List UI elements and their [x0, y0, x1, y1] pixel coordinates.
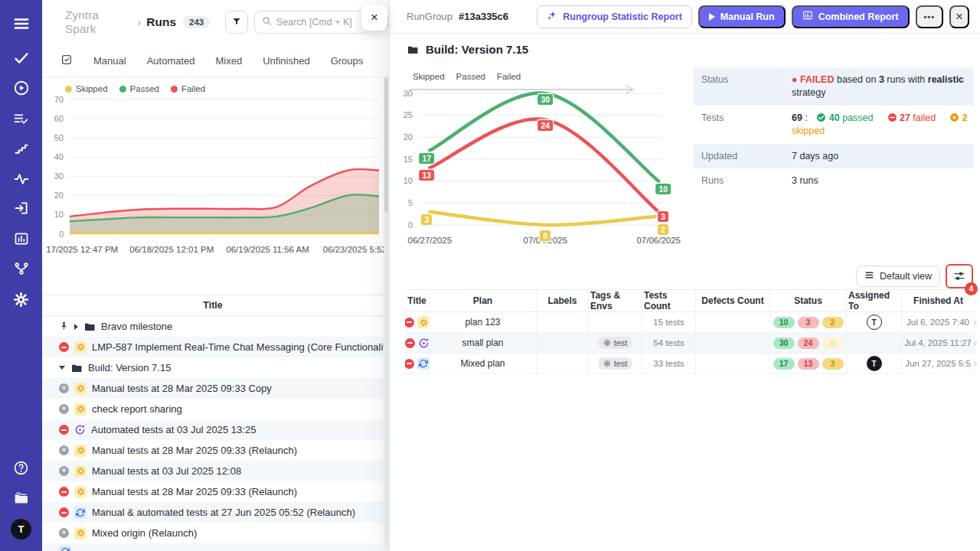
run-list-item[interactable]: Bravo milestone: [42, 316, 384, 337]
info-text: runs with: [884, 74, 928, 85]
run-list-item[interactable]: Manual & automated tests at 27 Jun 2025 …: [42, 502, 384, 523]
sidebar-item-runs-check[interactable]: [8, 47, 35, 73]
row-chevron-icon[interactable]: ›: [974, 358, 977, 369]
manual-run-icon: [74, 445, 87, 457]
tab-groups[interactable]: Groups: [331, 55, 364, 67]
search-input[interactable]: Search [Cmd + K]: [254, 11, 369, 34]
table-row[interactable]: plan 12315 tests1032TJul 6, 2025 7:40›: [405, 312, 975, 333]
column-header[interactable]: Plan: [430, 290, 537, 311]
sidebar-item-help[interactable]: [8, 456, 35, 482]
point-label: 0: [540, 230, 550, 241]
sidebar-item-play-circle[interactable]: [8, 77, 35, 103]
manual-run-icon: [417, 316, 430, 328]
chevron-right-icon[interactable]: [74, 324, 78, 330]
run-list-item[interactable]: Mixed origin (Relaunch): [42, 523, 384, 543]
run-list-item[interactable]: Build: Version 7.15: [42, 357, 384, 378]
run-list-item[interactable]: [42, 543, 384, 551]
sidebar-item-branches[interactable]: [8, 257, 35, 283]
column-header[interactable]: Labels: [537, 290, 589, 311]
statistic-report-button[interactable]: Rungroup Statistic Report: [537, 5, 692, 28]
row-chevron-icon[interactable]: ›: [974, 317, 977, 328]
svg-text:70: 70: [54, 95, 64, 104]
column-header[interactable]: Defects Count: [696, 290, 770, 311]
legend-item[interactable]: Skipped: [65, 84, 108, 93]
run-title-cell: [405, 312, 430, 332]
sidebar-item-projects[interactable]: [8, 486, 35, 512]
select-all-icon[interactable]: [60, 54, 73, 68]
column-header[interactable]: Tests Count: [642, 290, 696, 311]
run-list-item[interactable]: Manual tests at 28 Mar 2025 09:33 (Relau…: [42, 440, 384, 461]
run-title: LMP-587 Implement Real-Time Chat Messagi…: [92, 341, 384, 353]
manual-run-icon: [74, 403, 87, 416]
column-header[interactable]: Finished At: [902, 290, 975, 311]
statistic-report-label: Rungroup Statistic Report: [563, 11, 682, 22]
sidebar-item-reports[interactable]: [8, 227, 35, 253]
tag-badge[interactable]: test: [598, 357, 633, 370]
point-label: 3: [658, 211, 668, 222]
run-list-item[interactable]: Manual tests at 28 Mar 2025 09:33 Copy: [42, 378, 384, 399]
legend-item[interactable]: Failed: [497, 72, 521, 81]
run-list-item[interactable]: check report sharing: [42, 399, 384, 419]
help-icon: [13, 460, 29, 479]
run-list-item[interactable]: Automated tests at 03 Jul 2025 13:25: [42, 419, 384, 440]
chevron-down-icon[interactable]: [59, 366, 65, 370]
info-text: 7 days ago: [792, 151, 838, 161]
close-drawer-icon[interactable]: ×: [949, 5, 969, 28]
sidebar-item-settings[interactable]: [8, 288, 35, 314]
run-title: Manual tests at 28 Mar 2025 09:33 (Relau…: [92, 445, 297, 456]
breadcrumb-project[interactable]: Zyntra Spark: [65, 8, 132, 36]
sidebar-item-activity[interactable]: [8, 168, 35, 194]
rungroup-chart: SkippedPassedFailed05101520253006/27/202…: [399, 69, 684, 265]
scrollbar-track[interactable]: [384, 77, 389, 551]
tab-mixed[interactable]: Mixed: [216, 55, 243, 67]
column-header[interactable]: Status: [770, 290, 847, 311]
svg-text:30: 30: [54, 171, 64, 181]
sidebar-item-steps[interactable]: [8, 137, 35, 163]
assignee-avatar[interactable]: T: [867, 356, 882, 371]
app-root: T Zyntra Spark › Runs 243 Search [Cmd + …: [0, 0, 980, 551]
column-header[interactable]: Assigned To: [847, 290, 902, 311]
point-label: 3: [421, 214, 432, 225]
legend-item[interactable]: Passed: [456, 72, 485, 81]
run-list-item[interactable]: Manual tests at 28 Mar 2025 09:33 (Relau…: [42, 481, 384, 502]
settings-icon: [13, 292, 29, 311]
scrollbar-thumb[interactable]: [384, 78, 388, 212]
legend-item[interactable]: Passed: [119, 84, 159, 93]
branches-icon: [14, 261, 29, 279]
column-settings-button[interactable]: 4: [948, 266, 971, 287]
tag-badge[interactable]: test: [598, 337, 633, 349]
legend-item[interactable]: Skipped: [413, 72, 445, 81]
rungroup-info: Status● FAILED based on 3 runs with real…: [694, 67, 974, 194]
combined-report-button[interactable]: Combined Report: [792, 5, 910, 28]
manual-run-button[interactable]: Manual Run: [698, 5, 786, 28]
drawer-close-button[interactable]: ×: [361, 5, 387, 31]
info-label: Status: [701, 73, 792, 86]
run-title: Manual tests at 28 Mar 2025 09:33 Copy: [92, 383, 272, 394]
filter-button[interactable]: [225, 11, 248, 34]
runs-header: Zyntra Spark › Runs 243 Search [Cmd + K]: [42, 0, 389, 44]
tab-automated[interactable]: Automated: [147, 55, 195, 67]
run-list-item[interactable]: Manual tests at 03 Jul 2025 12:08: [42, 461, 384, 481]
svg-text:50: 50: [54, 133, 64, 142]
runs-count-badge: 243: [183, 16, 210, 28]
assignee-avatar[interactable]: T: [867, 315, 882, 330]
column-header[interactable]: Title: [405, 290, 430, 311]
tab-unfinished[interactable]: Unfinished: [263, 55, 309, 67]
legend-item[interactable]: Failed: [171, 84, 205, 93]
more-actions-button[interactable]: •••: [916, 5, 944, 28]
manual-run-label: Manual Run: [720, 11, 775, 22]
table-row[interactable]: Mixed plantest33 tests17133TJun 27, 2025…: [405, 354, 975, 374]
automated-run-icon: [74, 424, 86, 435]
sidebar-item-test-list[interactable]: [8, 107, 35, 133]
sidebar-item-sign-in[interactable]: [8, 197, 35, 223]
row-chevron-icon[interactable]: ›: [974, 337, 977, 348]
table-row[interactable]: small plantest54 tests30240Jul 4, 2025 1…: [405, 333, 975, 354]
default-view-button[interactable]: Default view: [856, 266, 940, 287]
tab-manual[interactable]: Manual: [93, 55, 126, 67]
assigned-to-cell: T: [847, 312, 902, 332]
sidebar-item-menu[interactable]: [8, 12, 35, 38]
menu-icon: [13, 15, 30, 35]
column-header[interactable]: Tags & Envs: [589, 290, 642, 311]
sidebar-avatar[interactable]: T: [8, 516, 35, 542]
run-list-item[interactable]: LMP-587 Implement Real-Time Chat Messagi…: [42, 337, 384, 357]
